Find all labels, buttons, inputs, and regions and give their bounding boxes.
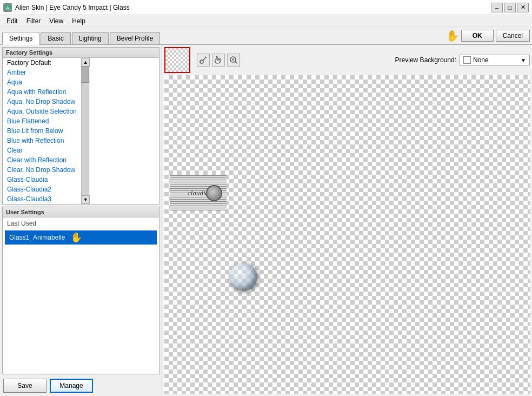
list-item[interactable]: Glass-Claudia	[3, 175, 81, 184]
claudia-image: claudia	[170, 175, 227, 210]
preview-thumbnail	[164, 47, 190, 73]
list-item[interactable]: Blue Lit from Below	[3, 126, 81, 136]
tabs-bar: Settings Basic Lighting Bevel Profile 🤚 …	[0, 27, 532, 44]
list-item[interactable]: Clear	[3, 146, 81, 155]
window-title: Alien Skin | Eye Candy 5 Impact | Glass	[15, 4, 130, 11]
preview-bg-value: None	[473, 56, 489, 64]
scroll-thumb[interactable]	[82, 67, 89, 83]
menubar: Edit Filter View Help	[0, 15, 532, 27]
bottom-buttons: Save Manage	[2, 377, 159, 394]
factory-settings-group: Factory Settings Factory Default Amber A…	[2, 47, 159, 204]
list-item[interactable]: Aqua, Outside Selection	[3, 107, 81, 116]
list-item[interactable]: Aqua with Reflection	[3, 87, 81, 97]
scroll-up-button[interactable]: ▲	[81, 58, 90, 67]
scroll-track[interactable]	[82, 67, 89, 195]
zoom-button[interactable]	[227, 54, 240, 67]
glass-ball	[229, 263, 257, 291]
hand-tool-button[interactable]	[212, 54, 225, 67]
list-item[interactable]: Aqua, No Drop Shadow	[3, 97, 81, 107]
scroll-down-button[interactable]: ▼	[81, 195, 90, 204]
eyedropper-button[interactable]	[197, 54, 210, 67]
list-item[interactable]: Aqua	[3, 77, 81, 87]
window-controls[interactable]: – □ ✕	[491, 3, 529, 12]
list-item[interactable]: Glass-Claudia3	[3, 194, 81, 204]
svg-text:A: A	[6, 5, 9, 11]
main-window: Settings Basic Lighting Bevel Profile 🤚 …	[0, 27, 532, 396]
preview-toolbar: Preview Background: None ▼	[164, 47, 530, 73]
claudia-circle	[206, 185, 222, 201]
cursor-icon: 🤚	[445, 29, 459, 42]
list-item-glass1[interactable]: Glass1_Animabelle 🤚	[5, 230, 157, 245]
tab-settings[interactable]: Settings	[2, 32, 39, 45]
dropdown-arrow-icon: ▼	[521, 57, 526, 63]
list-item[interactable]: Clear, No Drop Shadow	[3, 165, 81, 175]
user-settings-list: Glass1_Animabelle 🤚	[3, 229, 159, 246]
menu-view[interactable]: View	[45, 16, 68, 26]
list-item[interactable]: Blue with Reflection	[3, 136, 81, 146]
factory-settings-scroll-container: Factory Default Amber Aqua Aqua with Ref…	[3, 58, 159, 204]
tabs-right-actions: 🤚 OK Cancel	[445, 29, 530, 44]
preview-canvas[interactable]: claudia	[164, 75, 530, 394]
list-item[interactable]: Amber	[3, 68, 81, 77]
manage-button[interactable]: Manage	[50, 379, 93, 393]
left-panel: Factory Settings Factory Default Amber A…	[0, 45, 162, 396]
list-item-clear-reflection[interactable]: Clear with Reflection	[3, 155, 81, 165]
cancel-button[interactable]: Cancel	[496, 30, 530, 42]
factory-settings-scrollbar[interactable]: ▲ ▼	[81, 58, 90, 204]
titlebar-left: A Alien Skin | Eye Candy 5 Impact | Glas…	[3, 3, 130, 12]
tab-basic[interactable]: Basic	[41, 32, 70, 44]
list-item[interactable]: Glass-Claudia2	[3, 184, 81, 194]
minimize-button[interactable]: –	[491, 3, 503, 12]
list-item[interactable]: Blue Flattened	[3, 116, 81, 126]
right-panel: Preview Background: None ▼ claudia	[162, 45, 532, 396]
user-settings-header: User Settings	[3, 207, 159, 217]
menu-edit[interactable]: Edit	[2, 16, 22, 26]
app-icon: A	[3, 3, 12, 12]
content-area: Factory Settings Factory Default Amber A…	[0, 44, 532, 396]
preview-background-label: Preview Background:	[395, 56, 456, 64]
ok-button[interactable]: OK	[461, 30, 494, 42]
selected-item-label: Glass1_Animabelle	[9, 234, 65, 241]
list-item[interactable]: Factory Default	[3, 58, 81, 68]
factory-settings-list: Factory Default Amber Aqua Aqua with Ref…	[3, 58, 81, 204]
svg-line-6	[235, 62, 237, 64]
menu-filter[interactable]: Filter	[22, 16, 45, 26]
cursor-arrow-icon: 🤚	[70, 232, 82, 243]
tab-bevel-profile[interactable]: Bevel Profile	[110, 32, 160, 44]
close-button[interactable]: ✕	[517, 3, 529, 12]
save-button[interactable]: Save	[3, 379, 46, 393]
preview-background-select[interactable]: None ▼	[460, 55, 530, 65]
titlebar: A Alien Skin | Eye Candy 5 Impact | Glas…	[0, 0, 532, 15]
tab-lighting[interactable]: Lighting	[72, 32, 109, 44]
svg-line-3	[203, 57, 206, 61]
preview-icons	[197, 54, 240, 67]
maximize-button[interactable]: □	[504, 3, 516, 12]
claudia-lines-bg: claudia	[170, 175, 227, 210]
user-settings-group: User Settings Last Used Glass1_Animabell…	[2, 207, 159, 374]
preview-bg-color-swatch	[463, 56, 471, 64]
menu-help[interactable]: Help	[68, 16, 90, 26]
last-used-label: Last Used	[3, 217, 159, 229]
factory-settings-header: Factory Settings	[3, 48, 159, 58]
